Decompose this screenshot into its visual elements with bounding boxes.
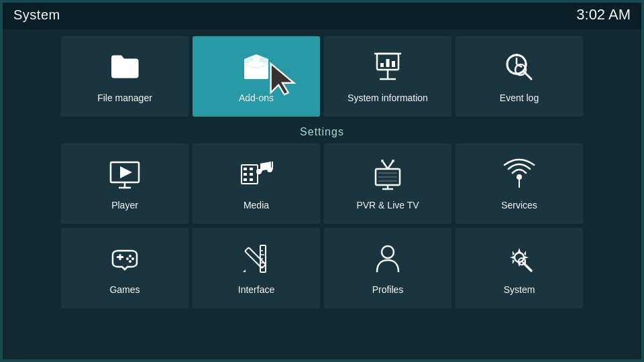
play-monitor-icon	[107, 157, 142, 194]
svg-point-31	[381, 160, 384, 162]
settings-label: Settings	[40, 122, 604, 143]
system-information-label: System information	[347, 93, 428, 103]
services-label: Services	[501, 200, 537, 210]
tile-event-log[interactable]: Event log	[455, 36, 583, 117]
pvr-live-tv-label: PVR & Live TV	[356, 200, 419, 210]
svg-point-43	[131, 257, 134, 260]
settings-row-1: Player	[40, 143, 604, 224]
tile-system-information[interactable]: System information	[324, 36, 451, 117]
svg-rect-19	[244, 173, 247, 176]
tile-games[interactable]: Games	[61, 228, 189, 308]
svg-point-38	[517, 174, 522, 180]
pencil-ruler-icon	[239, 241, 274, 279]
tile-media[interactable]: Media	[193, 143, 320, 224]
main-content: File manager Add-ons	[0, 29, 644, 308]
tile-pvr-live-tv[interactable]: PVR & Live TV	[324, 143, 451, 224]
svg-rect-3	[392, 61, 395, 67]
clock-magnify-icon	[502, 50, 537, 87]
tv-antenna-icon	[370, 157, 405, 194]
svg-marker-16	[120, 166, 132, 178]
svg-rect-18	[244, 168, 247, 170]
svg-point-42	[129, 255, 131, 257]
svg-rect-41	[119, 254, 121, 260]
settings-row-2: Games Interface	[40, 228, 604, 308]
add-ons-label: Add-ons	[239, 93, 274, 103]
svg-rect-2	[386, 59, 390, 67]
tile-player[interactable]: Player	[61, 143, 189, 224]
film-music-icon	[239, 157, 274, 194]
chart-presentation-icon	[370, 50, 405, 87]
tile-file-manager[interactable]: File manager	[61, 36, 189, 117]
clock: 3:02 AM	[576, 6, 631, 23]
tile-services[interactable]: Services	[455, 143, 583, 224]
svg-point-25	[267, 167, 272, 172]
profiles-label: Profiles	[372, 284, 404, 295]
svg-marker-47	[243, 269, 246, 272]
tile-interface[interactable]: Interface	[193, 228, 320, 308]
broadcast-icon	[502, 157, 537, 194]
app-title: System	[13, 7, 60, 23]
player-label: Player	[111, 200, 138, 210]
svg-point-32	[392, 160, 394, 162]
interface-label: Interface	[238, 284, 274, 295]
svg-rect-23	[250, 178, 253, 181]
tile-system[interactable]: System	[455, 228, 583, 308]
folder-icon	[107, 50, 142, 87]
system-label: System	[504, 284, 535, 295]
gear-wrench-icon	[502, 241, 537, 279]
media-label: Media	[244, 200, 269, 210]
gamepad-icon	[107, 241, 142, 279]
svg-point-44	[126, 257, 129, 260]
event-log-label: Event log	[500, 93, 539, 103]
svg-point-45	[129, 260, 131, 263]
person-icon	[370, 241, 405, 279]
box-icon	[239, 50, 274, 87]
svg-rect-22	[250, 173, 253, 176]
file-manager-label: File manager	[97, 93, 152, 103]
svg-rect-20	[244, 178, 247, 181]
svg-line-29	[382, 161, 388, 169]
svg-point-24	[256, 169, 262, 174]
header: System 3:02 AM	[0, 0, 644, 29]
games-label: Games	[109, 284, 140, 295]
tile-add-ons[interactable]: Add-ons	[193, 36, 320, 117]
svg-rect-1	[380, 63, 384, 67]
svg-line-30	[388, 161, 393, 169]
tile-profiles[interactable]: Profiles	[324, 228, 451, 308]
svg-rect-21	[250, 168, 253, 170]
svg-point-54	[382, 246, 394, 258]
top-row: File manager Add-ons	[40, 29, 604, 122]
